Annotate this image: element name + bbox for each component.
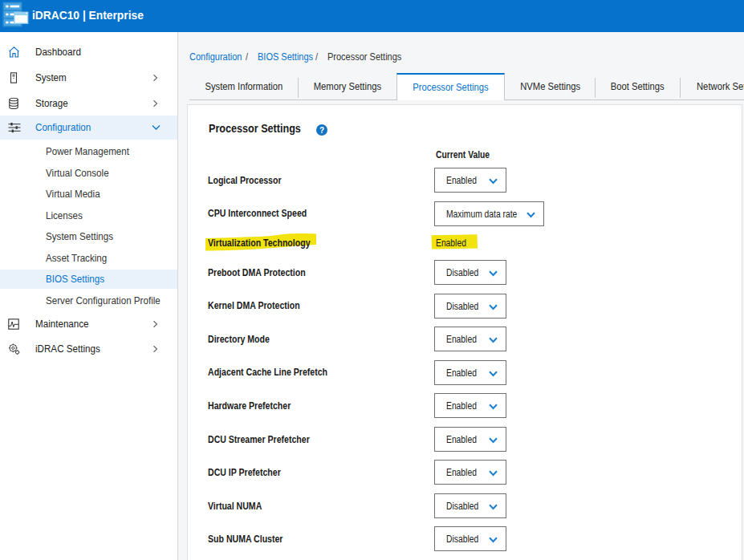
svg-text:?: ? (319, 126, 324, 135)
